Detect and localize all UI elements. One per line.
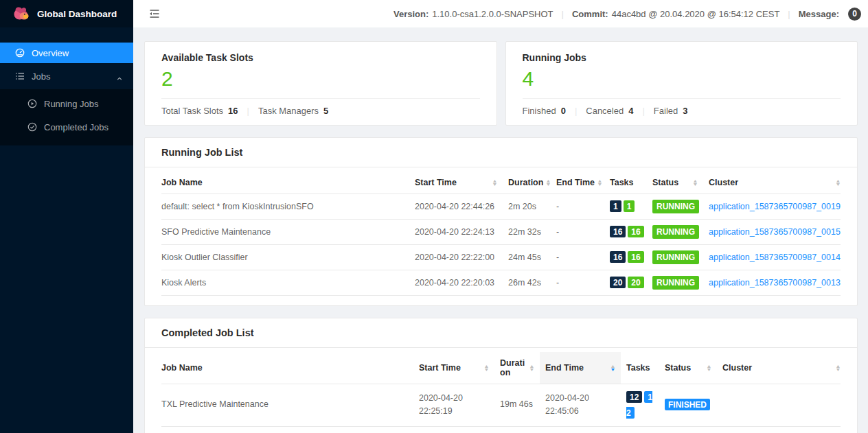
cluster-link[interactable]: application_1587365700987_0014 bbox=[709, 253, 841, 262]
tasks-cell: 2020 bbox=[604, 270, 647, 295]
running-job-list-card: Running Job List Job Name Start Time▲▼ D… bbox=[144, 137, 858, 306]
column-header-status[interactable]: Status▲▼ bbox=[659, 352, 717, 384]
column-header-status[interactable]: Status▲▼ bbox=[647, 172, 703, 194]
message-label: Message: bbox=[799, 9, 839, 19]
sidebar-item-label: Jobs bbox=[32, 71, 50, 82]
job-name-cell: default: select * from KioskIntrusionSFO bbox=[161, 194, 409, 219]
duration-cell: 26m 42s bbox=[503, 270, 551, 295]
sidebar-item-completed-jobs[interactable]: Completed Jobs bbox=[0, 117, 133, 137]
tasks-total-badge: 1 bbox=[610, 200, 621, 212]
job-name-cell: Kiosk Outlier Classifier bbox=[161, 244, 409, 270]
completed-jobs-table: Job Name Start Time▲▼ Duration▲▼ End Tim… bbox=[161, 352, 841, 433]
cluster-cell: application_1587365700987_0015 bbox=[703, 219, 841, 244]
sidebar-item-jobs[interactable]: Jobs bbox=[0, 66, 133, 86]
table-row: Kiosk Alerts 2020-04-20 22:20:03 26m 42s… bbox=[161, 270, 841, 295]
start-time-cell: 2020-04-20 22:44:26 bbox=[409, 194, 503, 219]
stat-label: Total Task Slots bbox=[161, 106, 223, 116]
stat-label: Failed bbox=[654, 106, 678, 116]
end-time-cell: 2020-04-20 22:44:09 bbox=[540, 426, 621, 433]
tasks-cell: 1212 bbox=[621, 384, 659, 426]
build-info: Version: 1.10.0-csa1.2.0.0-SNAPSHOT | Co… bbox=[393, 8, 861, 21]
sidebar-item-running-jobs[interactable]: Running Jobs bbox=[0, 93, 133, 114]
column-header-start-time[interactable]: Start Time▲▼ bbox=[413, 352, 494, 384]
job-name-cell: TXL Predictive Maintenance bbox=[161, 384, 413, 426]
divider: | bbox=[562, 9, 564, 19]
sort-icon[interactable]: ▲▼ bbox=[836, 364, 841, 371]
status-cell: RUNNING bbox=[647, 219, 703, 244]
start-time-cell: 2020-04-20 22:20:03 bbox=[409, 270, 503, 295]
sidebar-item-label: Completed Jobs bbox=[44, 122, 108, 132]
duration-cell: 2m 20s bbox=[503, 194, 551, 219]
tasks-total-badge: 16 bbox=[610, 226, 626, 237]
card-title: Completed Job List bbox=[161, 327, 254, 338]
column-header-cluster[interactable]: Cluster▲▼ bbox=[717, 352, 841, 384]
duration-cell: 1m 1s bbox=[494, 426, 540, 433]
card-footer: Total Task Slots 16 | Task Managers 5 bbox=[145, 99, 496, 125]
job-name-cell: SFO Predictive Maintenance bbox=[161, 219, 409, 244]
sidebar-item-overview[interactable]: Overview bbox=[0, 43, 133, 63]
running-jobs-card: Running Jobs 4 Finished 0 | Canceled 4 |… bbox=[505, 41, 858, 126]
tasks-total-badge: 12 bbox=[626, 391, 642, 403]
divider: | bbox=[247, 106, 249, 116]
flink-squirrel-logo-icon bbox=[12, 5, 30, 23]
table-row: Kiosk Outlier Classifier 2020-04-20 22:2… bbox=[161, 244, 841, 270]
sort-icon[interactable]: ▲▼ bbox=[836, 179, 841, 186]
end-time-cell: - bbox=[551, 244, 604, 270]
tasks-state-badge: 16 bbox=[628, 251, 643, 263]
cluster-link[interactable]: application_1587365700987_0013 bbox=[709, 278, 841, 288]
column-header-end-time[interactable]: End Time▲▼ bbox=[551, 172, 604, 194]
table-row: default: select * from KioskIntrusionSFO… bbox=[161, 426, 841, 433]
top-header-bar: Version: 1.10.0-csa1.2.0.0-SNAPSHOT | Co… bbox=[133, 0, 868, 27]
stat-value: 0 bbox=[561, 106, 566, 116]
status-badge: RUNNING bbox=[652, 225, 699, 239]
message-count-badge[interactable]: 0 bbox=[848, 8, 861, 21]
sort-icon-active[interactable]: ▲▼ bbox=[610, 364, 615, 371]
sidebar-menu: Overview Jobs bbox=[0, 40, 133, 145]
tasks-total-badge: 20 bbox=[610, 277, 626, 288]
jobs-submenu: Running Jobs Completed Jobs bbox=[0, 89, 133, 145]
tasks-cell: 11 bbox=[604, 194, 647, 219]
cluster-link[interactable]: application_1587365700987_0015 bbox=[709, 227, 841, 237]
duration-cell: 19m 46s bbox=[494, 384, 540, 426]
dashboard-icon bbox=[15, 48, 25, 58]
logo-row: Global Dashboard bbox=[0, 0, 133, 27]
sort-icon[interactable]: ▲▼ bbox=[693, 179, 698, 186]
column-header-job-name: Job Name bbox=[161, 352, 413, 384]
tasks-state-badge: 1 bbox=[624, 200, 635, 212]
sort-icon[interactable]: ▲▼ bbox=[546, 179, 551, 186]
cluster-link[interactable]: application_1587365700987_0019 bbox=[709, 202, 841, 211]
tasks-state-badge: 20 bbox=[628, 277, 643, 288]
stat-value: 3 bbox=[683, 106, 687, 116]
status-cell: RUNNING bbox=[647, 244, 703, 270]
sort-icon[interactable]: ▲▼ bbox=[529, 364, 534, 371]
sidebar-item-label: Running Jobs bbox=[44, 99, 99, 109]
sort-icon[interactable]: ▲▼ bbox=[597, 179, 602, 186]
sort-icon[interactable]: ▲▼ bbox=[484, 364, 489, 371]
duration-cell: 24m 45s bbox=[503, 244, 551, 270]
sort-icon[interactable]: ▲▼ bbox=[492, 179, 497, 186]
table-row: default: select * from KioskIntrusionSFO… bbox=[161, 194, 841, 219]
stat-label: Finished bbox=[523, 106, 556, 116]
column-header-cluster[interactable]: Cluster▲▼ bbox=[703, 172, 841, 194]
column-header-job-name: Job Name bbox=[161, 172, 409, 194]
job-name-cell: default: select * from KioskIntrusionSFO bbox=[161, 426, 413, 433]
column-header-duration[interactable]: Duration▲▼ bbox=[494, 352, 540, 384]
cluster-cell: application_1587365700987_0013 bbox=[703, 270, 841, 295]
version-label: Version: bbox=[393, 9, 429, 19]
job-name-cell: Kiosk Alerts bbox=[161, 270, 409, 295]
commit-label: Commit: bbox=[572, 9, 608, 19]
column-header-end-time[interactable]: End Time▲▼ bbox=[540, 352, 621, 384]
divider: | bbox=[575, 106, 577, 116]
completed-job-list-card: Completed Job List Job Name Start Time▲▼… bbox=[144, 318, 858, 433]
start-time-cell: 2020-04-20 22:22:00 bbox=[409, 244, 503, 270]
column-header-duration[interactable]: Duration▲▼ bbox=[503, 172, 551, 194]
stat-value: 5 bbox=[323, 106, 328, 116]
start-time-cell: 2020-04-20 22:43:07 bbox=[413, 426, 494, 433]
divider: | bbox=[788, 9, 790, 19]
column-header-start-time[interactable]: Start Time▲▼ bbox=[409, 172, 503, 194]
status-badge: RUNNING bbox=[652, 250, 699, 264]
main-area: Version: 1.10.0-csa1.2.0.0-SNAPSHOT | Co… bbox=[133, 0, 868, 433]
content-area: Available Task Slots 2 Total Task Slots … bbox=[133, 27, 868, 433]
sort-icon[interactable]: ▲▼ bbox=[707, 364, 711, 371]
menu-fold-icon[interactable] bbox=[148, 8, 161, 20]
